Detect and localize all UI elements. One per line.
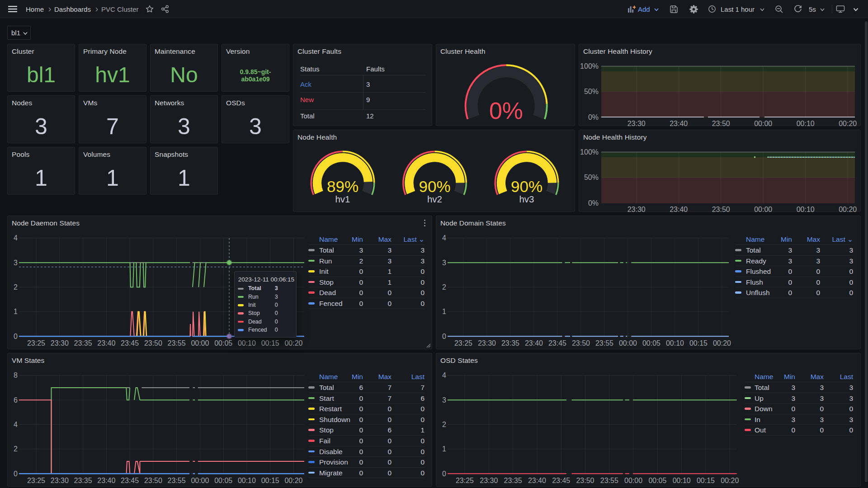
svg-text:23:45: 23:45 bbox=[548, 339, 566, 347]
svg-text:00:05: 00:05 bbox=[214, 476, 232, 484]
svg-text:0%: 0% bbox=[588, 113, 599, 121]
svg-text:00:20: 00:20 bbox=[284, 339, 302, 347]
svg-text:23:50: 23:50 bbox=[576, 476, 594, 484]
svg-text:0%: 0% bbox=[588, 199, 599, 207]
svg-text:0: 0 bbox=[14, 332, 18, 340]
svg-text:23:40: 23:40 bbox=[528, 476, 546, 484]
svg-text:0: 0 bbox=[442, 469, 446, 477]
svg-text:100%: 100% bbox=[580, 148, 599, 156]
svg-text:23:45: 23:45 bbox=[121, 339, 139, 347]
svg-text:23:35: 23:35 bbox=[74, 339, 92, 347]
svg-text:3: 3 bbox=[14, 258, 18, 266]
svg-text:0: 0 bbox=[14, 469, 18, 477]
svg-text:4: 4 bbox=[442, 234, 446, 242]
svg-text:1: 1 bbox=[442, 445, 446, 453]
svg-text:23:25: 23:25 bbox=[456, 476, 474, 484]
svg-text:23:55: 23:55 bbox=[168, 339, 186, 347]
svg-text:23:40: 23:40 bbox=[97, 476, 115, 484]
svg-text:00:10: 00:10 bbox=[666, 339, 684, 347]
svg-text:00:10: 00:10 bbox=[673, 476, 691, 484]
svg-text:90%: 90% bbox=[419, 178, 450, 195]
svg-text:23:40: 23:40 bbox=[525, 339, 543, 347]
svg-text:00:20: 00:20 bbox=[839, 205, 857, 212]
svg-text:00:05: 00:05 bbox=[642, 339, 660, 347]
svg-text:23:35: 23:35 bbox=[501, 339, 519, 347]
svg-text:23:55: 23:55 bbox=[595, 339, 613, 347]
svg-text:00:00: 00:00 bbox=[191, 476, 209, 484]
svg-text:00:15: 00:15 bbox=[697, 476, 715, 484]
svg-text:89%: 89% bbox=[327, 178, 359, 195]
svg-text:2: 2 bbox=[14, 445, 18, 453]
svg-text:00:10: 00:10 bbox=[797, 119, 815, 127]
svg-text:1: 1 bbox=[442, 308, 446, 315]
svg-text:23:25: 23:25 bbox=[454, 339, 472, 347]
svg-text:4: 4 bbox=[14, 234, 18, 242]
svg-text:00:15: 00:15 bbox=[261, 339, 279, 347]
svg-text:00:00: 00:00 bbox=[619, 339, 637, 347]
svg-text:23:30: 23:30 bbox=[51, 339, 69, 347]
svg-text:00:00: 00:00 bbox=[754, 205, 772, 212]
svg-text:00:15: 00:15 bbox=[689, 339, 708, 347]
svg-text:100%: 100% bbox=[580, 62, 599, 70]
svg-text:2: 2 bbox=[442, 421, 446, 428]
svg-text:00:10: 00:10 bbox=[238, 339, 256, 347]
svg-text:90%: 90% bbox=[511, 178, 542, 195]
svg-text:50%: 50% bbox=[584, 174, 599, 181]
svg-text:23:40: 23:40 bbox=[97, 339, 115, 347]
svg-text:00:10: 00:10 bbox=[238, 476, 256, 484]
svg-text:00:20: 00:20 bbox=[839, 119, 857, 127]
svg-text:00:05: 00:05 bbox=[648, 476, 666, 484]
svg-text:23:45: 23:45 bbox=[121, 476, 139, 484]
svg-text:23:25: 23:25 bbox=[27, 339, 45, 347]
svg-text:23:55: 23:55 bbox=[600, 476, 618, 484]
svg-text:00:20: 00:20 bbox=[284, 476, 302, 484]
svg-text:00:00: 00:00 bbox=[624, 476, 642, 484]
svg-text:23:35: 23:35 bbox=[74, 476, 92, 484]
svg-text:23:50: 23:50 bbox=[572, 339, 590, 347]
svg-text:1: 1 bbox=[14, 308, 18, 315]
svg-text:hv1: hv1 bbox=[335, 193, 350, 204]
svg-text:00:10: 00:10 bbox=[797, 205, 815, 212]
svg-text:3: 3 bbox=[442, 258, 446, 266]
svg-text:23:30: 23:30 bbox=[478, 339, 496, 347]
svg-text:23:30: 23:30 bbox=[627, 119, 646, 127]
svg-text:23:30: 23:30 bbox=[480, 476, 498, 484]
svg-text:00:00: 00:00 bbox=[191, 339, 209, 347]
svg-text:00:05: 00:05 bbox=[214, 339, 232, 347]
svg-text:8: 8 bbox=[14, 371, 18, 379]
svg-text:2: 2 bbox=[442, 283, 446, 291]
svg-text:23:35: 23:35 bbox=[504, 476, 522, 484]
svg-text:4: 4 bbox=[14, 421, 18, 428]
svg-text:23:50: 23:50 bbox=[144, 476, 162, 484]
svg-text:hv3: hv3 bbox=[519, 193, 534, 204]
svg-text:0: 0 bbox=[442, 332, 446, 340]
svg-text:23:40: 23:40 bbox=[670, 119, 688, 127]
svg-text:23:50: 23:50 bbox=[712, 205, 730, 212]
svg-text:00:20: 00:20 bbox=[721, 476, 739, 484]
svg-text:00:15: 00:15 bbox=[261, 476, 279, 484]
svg-text:00:00: 00:00 bbox=[754, 119, 772, 127]
svg-text:50%: 50% bbox=[584, 88, 599, 95]
svg-text:00:20: 00:20 bbox=[713, 339, 731, 347]
svg-text:23:45: 23:45 bbox=[552, 476, 570, 484]
svg-text:23:30: 23:30 bbox=[627, 205, 646, 212]
svg-text:2: 2 bbox=[14, 283, 18, 291]
svg-text:23:50: 23:50 bbox=[144, 339, 162, 347]
svg-text:23:30: 23:30 bbox=[51, 476, 69, 484]
svg-text:3: 3 bbox=[442, 396, 446, 404]
svg-text:4: 4 bbox=[442, 371, 446, 379]
svg-text:23:50: 23:50 bbox=[712, 119, 730, 127]
svg-text:23:40: 23:40 bbox=[670, 205, 688, 212]
svg-text:6: 6 bbox=[14, 396, 18, 404]
svg-text:hv2: hv2 bbox=[427, 193, 442, 204]
svg-text:23:25: 23:25 bbox=[27, 476, 45, 484]
svg-text:23:55: 23:55 bbox=[168, 476, 186, 484]
